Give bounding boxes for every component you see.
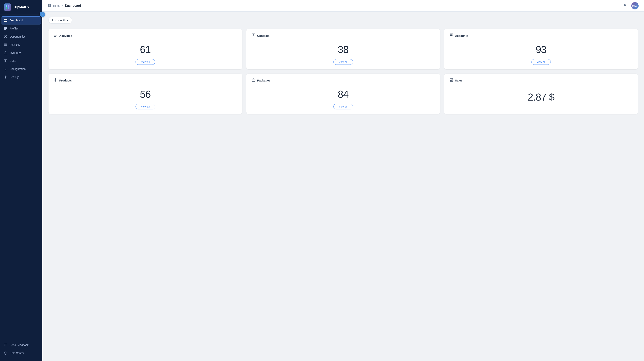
inventory-icon <box>4 51 7 55</box>
stat-card-sales-header: Sales <box>450 78 632 83</box>
svg-rect-5 <box>6 19 7 20</box>
profiles-icon <box>4 27 7 30</box>
sidebar-item-profiles-label: Profiles <box>10 27 19 30</box>
sales-card-icon <box>450 78 453 83</box>
cms-chevron: › <box>38 60 38 62</box>
activities-view-all-button[interactable]: View all <box>136 59 155 65</box>
notification-button[interactable] <box>621 2 628 9</box>
stat-card-accounts-value: 93 <box>450 42 632 59</box>
cms-icon <box>4 59 7 63</box>
sidebar-item-profiles[interactable]: Profiles › <box>0 25 42 33</box>
sidebar-item-inventory[interactable]: Inventory › <box>0 49 42 57</box>
svg-text:?: ? <box>5 352 6 354</box>
svg-rect-52 <box>451 80 452 81</box>
accounts-view-all-button[interactable]: View all <box>531 59 551 65</box>
date-filter-button[interactable]: Last month ▾ <box>48 17 72 24</box>
stat-card-accounts-title: Accounts <box>455 34 468 37</box>
svg-rect-6 <box>4 21 6 22</box>
user-avatar[interactable]: MLC <box>631 2 638 10</box>
logo-icon <box>4 4 11 11</box>
stat-card-contacts: Contacts 38 View all <box>246 29 440 69</box>
products-view-all-button[interactable]: View all <box>136 104 155 109</box>
stat-card-activities: Activities 61 View all <box>48 29 242 69</box>
stat-card-sales: Sales 2.87 $ <box>444 74 638 114</box>
stat-card-products: Products 56 View all <box>48 74 242 114</box>
stat-card-products-value: 56 <box>54 87 237 104</box>
breadcrumb-separator: > <box>62 4 63 7</box>
sidebar-item-cms-label: CMS <box>10 59 16 62</box>
svg-rect-45 <box>450 36 452 37</box>
sidebar-item-configuration[interactable]: Configuration › <box>0 65 42 73</box>
svg-rect-3 <box>8 7 9 9</box>
sidebar-nav: Dashboard Profiles › Opportunit <box>0 15 42 339</box>
sidebar-item-opportunities-label: Opportunities <box>10 35 26 38</box>
svg-rect-8 <box>4 27 7 28</box>
settings-icon <box>4 75 7 79</box>
svg-rect-43 <box>450 35 452 35</box>
svg-rect-51 <box>450 80 451 81</box>
opportunities-icon <box>4 35 7 38</box>
svg-rect-15 <box>4 46 7 46</box>
sidebar-item-help-center[interactable]: ? Help Center <box>0 349 42 357</box>
stat-card-activities-header: Activities <box>54 34 237 38</box>
stat-card-products-title: Products <box>59 79 72 82</box>
svg-rect-4 <box>4 19 6 20</box>
svg-rect-20 <box>5 60 6 61</box>
svg-rect-33 <box>48 4 49 6</box>
content-area: Last month ▾ Activities 6 <box>42 12 644 361</box>
settings-chevron: › <box>38 76 38 78</box>
stat-card-sales-value: 2.87 $ <box>450 87 632 109</box>
svg-rect-30 <box>4 344 7 346</box>
stat-card-activities-footer: View all <box>54 59 237 65</box>
packages-view-all-button[interactable]: View all <box>333 104 353 109</box>
sidebar-item-opportunities[interactable]: Opportunities <box>0 33 42 41</box>
stat-card-packages-value: 84 <box>252 87 434 104</box>
header: Home > Dashboard MLC <box>42 0 644 12</box>
svg-rect-16 <box>5 43 5 44</box>
svg-point-41 <box>253 35 254 36</box>
sidebar-item-inventory-label: Inventory <box>10 51 21 54</box>
breadcrumb: Home > Dashboard <box>48 4 81 8</box>
profiles-chevron: › <box>38 27 38 30</box>
stat-card-contacts-title: Contacts <box>257 34 270 37</box>
collapse-button[interactable]: ‹ <box>40 12 45 17</box>
svg-point-12 <box>5 36 6 37</box>
svg-rect-0 <box>6 6 7 7</box>
packages-card-icon <box>252 78 255 83</box>
svg-rect-38 <box>54 35 57 36</box>
sidebar-item-activities[interactable]: Activities <box>0 41 42 49</box>
sidebar-item-dashboard[interactable]: Dashboard <box>2 16 41 25</box>
products-card-icon <box>54 78 57 83</box>
dashboard-icon <box>4 19 8 22</box>
configuration-icon <box>4 67 7 71</box>
filter-chevron-icon: ▾ <box>67 19 68 22</box>
svg-rect-21 <box>5 61 6 61</box>
sidebar-item-cms[interactable]: CMS › <box>0 57 42 65</box>
svg-rect-36 <box>50 6 51 7</box>
svg-rect-34 <box>50 4 51 6</box>
svg-rect-18 <box>4 52 7 54</box>
contacts-view-all-button[interactable]: View all <box>333 59 353 65</box>
sidebar-item-activities-label: Activities <box>10 43 20 46</box>
feedback-icon <box>4 343 7 347</box>
sidebar-item-send-feedback[interactable]: Send Feedback <box>0 341 42 349</box>
svg-rect-35 <box>48 6 49 7</box>
configuration-chevron: › <box>38 68 38 70</box>
svg-point-26 <box>5 68 6 68</box>
svg-rect-37 <box>54 34 57 34</box>
breadcrumb-current: Dashboard <box>65 4 81 8</box>
sidebar-item-settings[interactable]: Settings › <box>0 73 42 81</box>
app-name: TripMatrix <box>13 5 29 9</box>
stat-card-contacts-header: Contacts <box>252 34 434 38</box>
stat-card-contacts-value: 38 <box>252 42 434 59</box>
date-filter-label: Last month <box>52 19 66 22</box>
svg-rect-17 <box>6 43 6 44</box>
svg-rect-13 <box>4 44 7 44</box>
help-icon: ? <box>4 351 7 355</box>
stat-card-sales-title: Sales <box>455 79 462 82</box>
stat-card-contacts-footer: View all <box>252 59 434 65</box>
stat-card-accounts-footer: View all <box>450 59 632 65</box>
svg-point-28 <box>5 70 6 70</box>
sidebar-item-dashboard-label: Dashboard <box>10 19 23 22</box>
stat-card-accounts-header: Accounts <box>450 34 632 38</box>
